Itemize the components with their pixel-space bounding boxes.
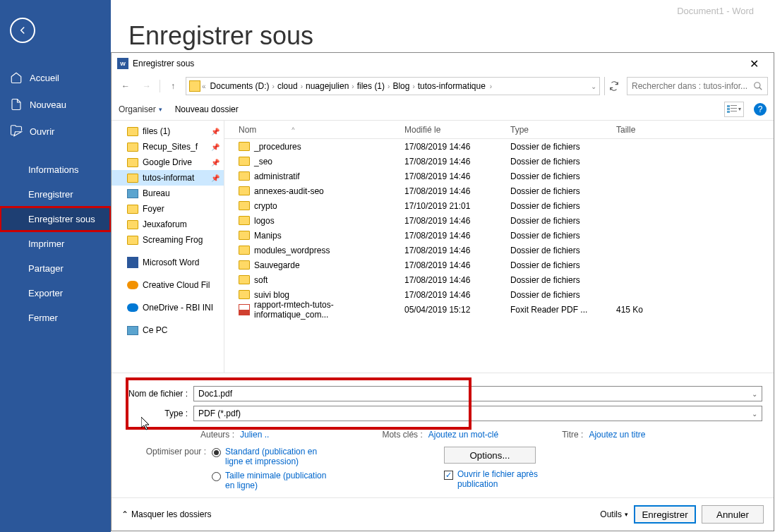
column-name[interactable]: Nom bbox=[224, 125, 404, 135]
tags-value[interactable]: Ajoutez un mot-clé bbox=[428, 430, 498, 440]
breadcrumb-segment[interactable]: tutos-informatique bbox=[415, 81, 488, 91]
file-row[interactable]: annexes-audit-seo17/08/2019 14:46Dossier… bbox=[224, 183, 774, 198]
tree-item[interactable]: OneDrive - RBI INI bbox=[112, 300, 224, 315]
file-type: Dossier de fichiers bbox=[510, 171, 616, 181]
tree-item[interactable]: tutos-informat📌 bbox=[112, 170, 224, 186]
file-row[interactable]: Manips17/08/2019 14:46Dossier de fichier… bbox=[224, 228, 774, 243]
search-box[interactable] bbox=[627, 77, 768, 95]
sidebar-item-accueil[interactable]: Accueil bbox=[0, 64, 111, 91]
organize-button[interactable]: Organiser bbox=[119, 104, 162, 114]
breadcrumb-segment[interactable]: Documents (D:) bbox=[208, 81, 272, 91]
file-row[interactable]: modules_wordpress17/08/2019 14:46Dossier… bbox=[224, 243, 774, 258]
file-row[interactable]: crypto17/10/2019 21:01Dossier de fichier… bbox=[224, 198, 774, 213]
sidebar-item-exporter[interactable]: Exporter bbox=[0, 281, 111, 306]
file-row[interactable]: rapport-rmtech-tutos-informatique_com...… bbox=[224, 302, 774, 317]
sidebar-item-informations[interactable]: Informations bbox=[0, 157, 111, 182]
breadcrumb[interactable]: « Documents (D:)›cloud›nuagejulien›files… bbox=[186, 77, 600, 95]
breadcrumb-segment[interactable]: nuagejulien bbox=[303, 81, 352, 91]
file-row[interactable]: Sauvegarde17/08/2019 14:46Dossier de fic… bbox=[224, 258, 774, 272]
column-size[interactable]: Taille bbox=[616, 125, 673, 135]
optimize-standard-radio[interactable]: Standard (publication en ligne et impres… bbox=[212, 447, 331, 466]
file-row[interactable]: logos17/08/2019 14:46Dossier de fichiers bbox=[224, 213, 774, 228]
tree-item[interactable]: Creative Cloud Fil bbox=[112, 277, 224, 293]
sidebar-item-nouveau[interactable]: Nouveau bbox=[0, 91, 111, 118]
open-after-checkbox[interactable]: Ouvrir le fichier après publication bbox=[444, 469, 563, 489]
folder-icon bbox=[239, 231, 250, 240]
sidebar-item-label: Accueil bbox=[30, 73, 59, 83]
filetype-select[interactable]: PDF (*.pdf) ⌄ bbox=[193, 406, 762, 421]
nav-back-button[interactable]: ← bbox=[117, 78, 134, 95]
tree-item[interactable]: Foyer bbox=[112, 201, 224, 217]
page-heading: Enregistrer sous bbox=[128, 21, 775, 51]
optimize-minimal-radio[interactable]: Taille minimale (publication en ligne) bbox=[212, 471, 331, 490]
checkbox-icon bbox=[444, 471, 453, 480]
sidebar-item-enregistrer[interactable]: Enregistrer bbox=[0, 182, 111, 207]
column-type[interactable]: Type bbox=[510, 125, 616, 135]
sidebar-item-ouvrir[interactable]: Ouvrir bbox=[0, 118, 111, 145]
tools-button[interactable]: Outils ▾ bbox=[600, 509, 628, 519]
file-modified: 17/08/2019 14:46 bbox=[404, 275, 510, 285]
tree-item-label: tutos-informat bbox=[143, 173, 194, 183]
tree-item[interactable]: Screaming Frog bbox=[112, 232, 224, 248]
authors-value[interactable]: Julien .. bbox=[240, 430, 269, 440]
chevron-down-icon: ▾ bbox=[625, 511, 628, 518]
tree-item[interactable]: Microsoft Word bbox=[112, 255, 224, 270]
sidebar-item-partager[interactable]: Partager bbox=[0, 256, 111, 281]
pin-icon: 📌 bbox=[211, 159, 220, 167]
nav-up-button[interactable]: ↑ bbox=[164, 78, 181, 95]
back-arrow-icon bbox=[16, 24, 29, 37]
file-row[interactable]: soft17/08/2019 14:46Dossier de fichiers bbox=[224, 272, 774, 287]
chevron-up-icon: ⌃ bbox=[121, 509, 128, 519]
tree-item[interactable]: Recup_Sites_f📌 bbox=[112, 139, 224, 155]
file-row[interactable]: _procedures17/08/2019 14:46Dossier de fi… bbox=[224, 139, 774, 154]
tree-item[interactable]: Ce PC bbox=[112, 322, 224, 338]
file-name: modules_wordpress bbox=[254, 246, 330, 255]
search-input[interactable] bbox=[632, 81, 753, 91]
cancel-button[interactable]: Annuler bbox=[702, 505, 764, 524]
back-button[interactable] bbox=[10, 18, 35, 43]
save-button[interactable]: Enregistrer bbox=[634, 505, 696, 524]
word-icon bbox=[127, 257, 138, 268]
tree-item-label: Microsoft Word bbox=[143, 258, 199, 267]
tree-item[interactable]: files (1)📌 bbox=[112, 123, 224, 139]
tree-item-label: Recup_Sites_f bbox=[143, 142, 198, 152]
dialog-footer: ⌃ Masquer les dossiers Outils ▾ Enregist… bbox=[112, 497, 774, 531]
sidebar-item-enregistrer-sous[interactable]: Enregistrer sous bbox=[0, 207, 111, 231]
tree-item[interactable]: Jeuxaforum bbox=[112, 217, 224, 232]
column-modified[interactable]: Modifié le bbox=[404, 125, 510, 135]
file-type: Dossier de fichiers bbox=[510, 142, 616, 152]
file-row[interactable]: _seo17/08/2019 14:46Dossier de fichiers bbox=[224, 154, 774, 169]
options-button[interactable]: Options... bbox=[444, 447, 536, 464]
file-type: Dossier de fichiers bbox=[510, 157, 616, 167]
document-title: Document1 - Word bbox=[677, 6, 754, 16]
help-button[interactable]: ? bbox=[754, 103, 767, 116]
view-button[interactable]: ▾ bbox=[724, 102, 744, 117]
file-name: Manips bbox=[254, 231, 282, 241]
nav-forward-button[interactable]: → bbox=[138, 78, 155, 95]
refresh-button[interactable] bbox=[604, 77, 623, 95]
tree-item[interactable]: Google Drive📌 bbox=[112, 155, 224, 170]
folder-tree: files (1)📌Recup_Sites_f📌Google Drive📌tut… bbox=[112, 121, 224, 373]
new-folder-button[interactable]: Nouveau dossier bbox=[175, 104, 239, 114]
breadcrumb-segment[interactable]: cloud bbox=[275, 81, 301, 91]
sidebar-item-imprimer[interactable]: Imprimer bbox=[0, 231, 111, 256]
file-type: Foxit Reader PDF ... bbox=[510, 305, 616, 315]
file-row[interactable]: administratif17/08/2019 14:46Dossier de … bbox=[224, 169, 774, 183]
tree-item-label: Jeuxaforum bbox=[143, 219, 187, 229]
title-value[interactable]: Ajoutez un titre bbox=[589, 430, 645, 440]
file-name: crypto bbox=[254, 201, 277, 211]
file-name: soft bbox=[254, 275, 268, 285]
sidebar-item-label: Nouveau bbox=[30, 99, 66, 110]
breadcrumb-segment[interactable]: Blog bbox=[390, 81, 412, 91]
file-type: Dossier de fichiers bbox=[510, 201, 616, 211]
view-icon bbox=[727, 105, 737, 114]
folder-icon bbox=[239, 201, 250, 210]
sidebar-item-fermer[interactable]: Fermer bbox=[0, 306, 111, 330]
close-button[interactable]: ✕ bbox=[740, 57, 768, 71]
breadcrumb-segment[interactable]: files (1) bbox=[354, 81, 388, 91]
filename-input[interactable]: Doc1.pdf ⌄ bbox=[193, 386, 762, 401]
svg-rect-5 bbox=[727, 111, 730, 113]
hide-folders-button[interactable]: ⌃ Masquer les dossiers bbox=[121, 509, 211, 519]
pin-icon: 📌 bbox=[211, 143, 220, 151]
tree-item[interactable]: Bureau bbox=[112, 186, 224, 201]
